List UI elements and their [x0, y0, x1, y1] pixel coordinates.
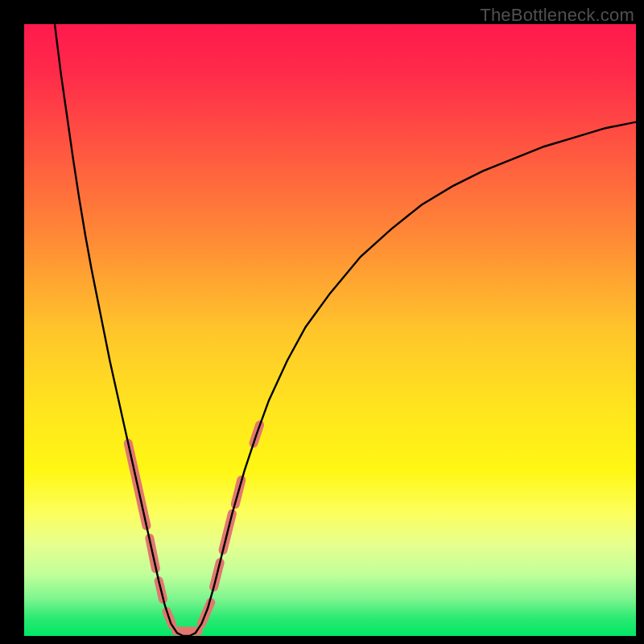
bottleneck-curve [55, 24, 636, 636]
watermark: TheBottleneck.com [480, 5, 634, 26]
plot-area [24, 24, 636, 636]
chart-svg [24, 24, 636, 636]
chart-frame: TheBottleneck.com [0, 0, 644, 644]
